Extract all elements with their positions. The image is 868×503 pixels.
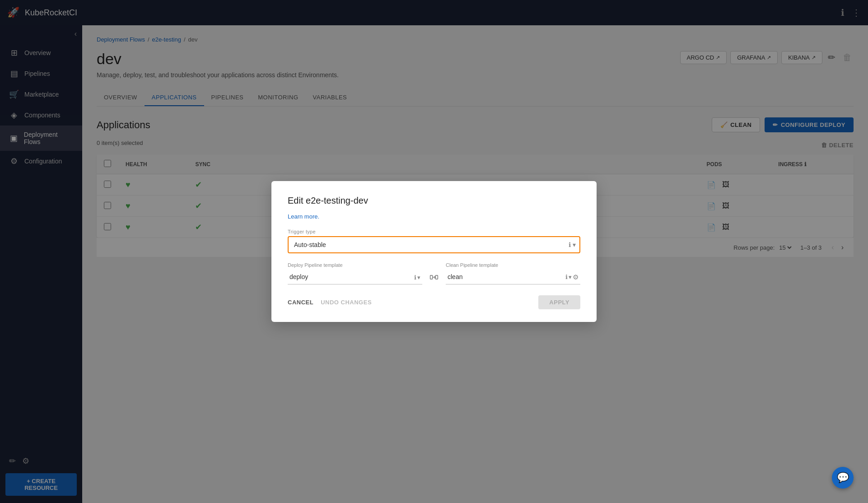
pipeline-templates-row: Deploy Pipeline template deploy ℹ ▾ (288, 262, 580, 284)
learn-more-link[interactable]: Learn more. (288, 213, 319, 220)
clean-pipeline-field: Clean Pipeline template clean ℹ ▾ ⚙ (446, 262, 580, 284)
deploy-pipeline-field: Deploy Pipeline template deploy ℹ ▾ (288, 262, 422, 284)
apply-button[interactable]: APPLY (538, 295, 580, 309)
undo-changes-button: UNDO CHANGES (321, 299, 372, 306)
edit-modal: Edit e2e-testing-dev Learn more. Trigger… (271, 181, 597, 322)
cancel-button[interactable]: CANCEL (288, 299, 313, 306)
svg-rect-1 (435, 275, 438, 279)
pipeline-center-icon (426, 273, 442, 284)
deploy-pipeline-label: Deploy Pipeline template (288, 262, 422, 268)
clean-pipeline-wrapper: clean ℹ ▾ ⚙ (446, 270, 580, 284)
clean-pipeline-label: Clean Pipeline template (446, 262, 580, 268)
modal-title: Edit e2e-testing-dev (288, 196, 580, 206)
trigger-type-wrapper: Auto-stable Manual Auto ℹ ▾ (288, 236, 580, 253)
deploy-pipeline-wrapper: deploy ℹ ▾ (288, 270, 422, 284)
svg-rect-0 (430, 275, 433, 279)
modal-overlay: Edit e2e-testing-dev Learn more. Trigger… (0, 0, 868, 503)
deploy-pipeline-select[interactable]: deploy (288, 270, 422, 284)
chat-fab-button[interactable]: 💬 (832, 467, 854, 489)
modal-actions: CANCEL UNDO CHANGES APPLY (288, 295, 580, 309)
trigger-type-select[interactable]: Auto-stable Manual Auto (288, 236, 580, 253)
trigger-type-label: Trigger type (288, 229, 580, 234)
clean-pipeline-select[interactable]: clean (446, 270, 580, 284)
